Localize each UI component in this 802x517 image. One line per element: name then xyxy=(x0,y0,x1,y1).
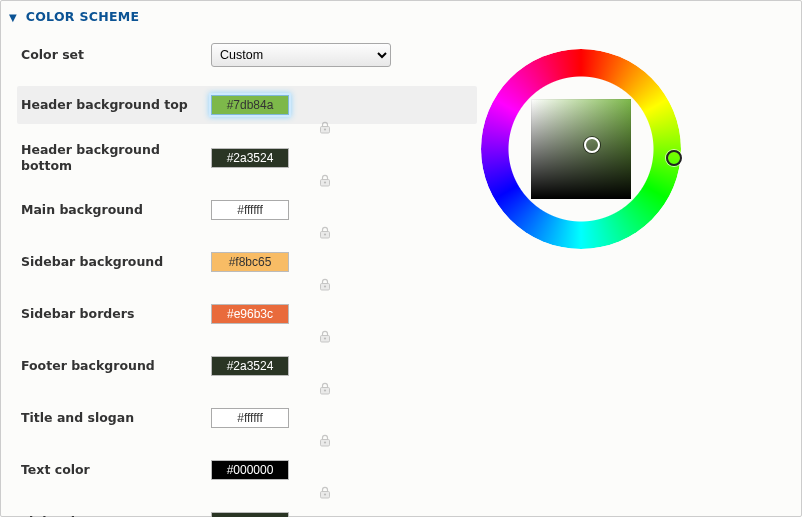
svg-point-1 xyxy=(324,128,326,130)
panel-body: Color set Custom Header background topHe… xyxy=(1,30,801,517)
color-row-label: Footer background xyxy=(17,358,211,374)
lock-icon[interactable] xyxy=(319,382,331,395)
sv-handle[interactable] xyxy=(584,137,600,153)
color-row-footer-bg[interactable]: Footer background xyxy=(17,347,477,385)
svg-point-15 xyxy=(324,494,326,496)
color-swatch-input[interactable] xyxy=(211,252,289,272)
color-swatch-input[interactable] xyxy=(211,200,289,220)
hue-ring-handle[interactable] xyxy=(666,150,682,166)
lock-icon[interactable] xyxy=(319,121,331,134)
color-swatch-input[interactable] xyxy=(211,460,289,480)
color-row-label: Main background xyxy=(17,202,211,218)
section-title: COLOR SCHEME xyxy=(26,9,140,24)
svg-point-7 xyxy=(324,286,326,288)
color-row-label: Title and slogan xyxy=(17,410,211,426)
color-swatch-input[interactable] xyxy=(211,512,289,517)
lock-row xyxy=(17,281,477,295)
color-scheme-panel: { "header": { "title": "COLOR SCHEME" },… xyxy=(0,0,802,517)
section-header[interactable]: ▼ COLOR SCHEME xyxy=(1,1,801,30)
color-row-link-color[interactable]: Link color xyxy=(17,503,477,517)
color-picker[interactable] xyxy=(481,49,681,249)
color-row-label: Header background top xyxy=(17,97,211,113)
color-row-label: Text color xyxy=(17,462,211,478)
color-set-row: Color set Custom xyxy=(17,38,477,86)
color-row-main-bg[interactable]: Main background xyxy=(17,191,477,229)
lock-row xyxy=(17,489,477,503)
lock-icon[interactable] xyxy=(319,434,331,447)
lock-icon[interactable] xyxy=(319,486,331,499)
color-row-title-slogan[interactable]: Title and slogan xyxy=(17,399,477,437)
lock-icon[interactable] xyxy=(319,174,331,187)
color-row-label: Sidebar background xyxy=(17,254,211,270)
color-swatch-input[interactable] xyxy=(211,95,289,115)
lock-icon[interactable] xyxy=(319,330,331,343)
lock-icon[interactable] xyxy=(319,278,331,291)
color-row-sidebar-bg[interactable]: Sidebar background xyxy=(17,243,477,281)
color-row-header-bg-bottom[interactable]: Header background bottom xyxy=(17,138,477,177)
lock-row xyxy=(17,385,477,399)
lock-row xyxy=(17,333,477,347)
triangle-down-icon: ▼ xyxy=(9,12,17,23)
svg-point-5 xyxy=(324,234,326,236)
color-row-sidebar-borders[interactable]: Sidebar borders xyxy=(17,295,477,333)
lock-row xyxy=(17,177,477,191)
color-row-label: Header background bottom xyxy=(17,142,211,173)
lock-row xyxy=(17,229,477,243)
lock-icon[interactable] xyxy=(319,226,331,239)
color-set-select[interactable]: Custom xyxy=(211,43,391,67)
color-swatch-input[interactable] xyxy=(211,408,289,428)
svg-point-11 xyxy=(324,390,326,392)
color-set-label: Color set xyxy=(17,47,211,63)
lock-row xyxy=(17,437,477,451)
svg-point-13 xyxy=(324,442,326,444)
collapse-link[interactable]: ▼ COLOR SCHEME xyxy=(9,9,139,24)
color-swatch-input[interactable] xyxy=(211,148,289,168)
sv-square[interactable] xyxy=(531,99,631,199)
color-row-header-bg-top[interactable]: Header background top xyxy=(17,86,477,124)
color-row-label: Sidebar borders xyxy=(17,306,211,322)
color-swatch-input[interactable] xyxy=(211,304,289,324)
svg-point-3 xyxy=(324,182,326,184)
svg-point-9 xyxy=(324,338,326,340)
color-row-text-color[interactable]: Text color xyxy=(17,451,477,489)
lock-row xyxy=(17,124,477,138)
color-swatch-input[interactable] xyxy=(211,356,289,376)
